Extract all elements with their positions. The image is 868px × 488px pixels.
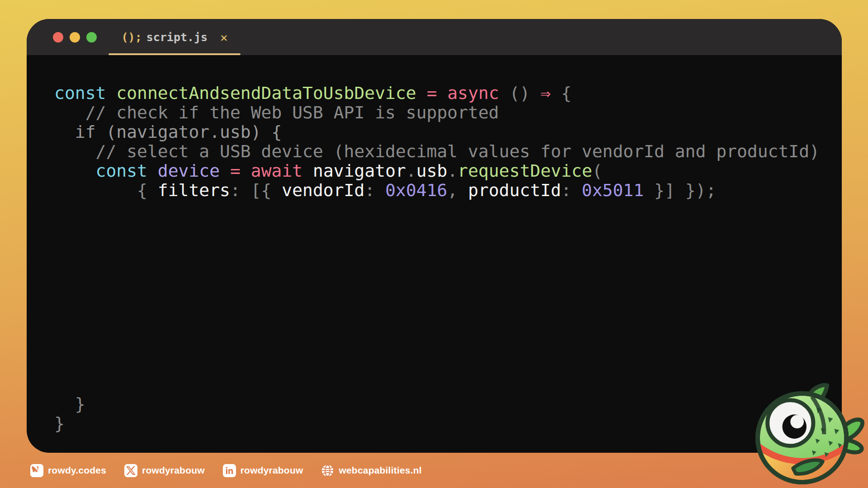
footer-link-x[interactable]: rowdyrabouw bbox=[124, 464, 205, 477]
footer-link-label: rowdyrabouw bbox=[241, 465, 303, 476]
code-line bbox=[54, 297, 824, 317]
code-line: const device = await navigator.usb.reque… bbox=[54, 161, 824, 181]
code-line bbox=[54, 356, 824, 375]
code-editor[interactable]: const connectAndsendDataToUsbDevice = as… bbox=[27, 55, 842, 433]
footer-link-label: webcapabilities.nl bbox=[339, 465, 421, 476]
code-window: (); script.js ✕ const connectAndsendData… bbox=[27, 19, 842, 453]
code-line: // select a USB device (hexidecimal valu… bbox=[54, 142, 824, 161]
tab-glyph: (); bbox=[122, 31, 142, 44]
code-line bbox=[54, 317, 824, 336]
footer-link-label: rowdy.codes bbox=[48, 465, 106, 476]
code-line bbox=[54, 375, 824, 394]
code-line bbox=[54, 200, 824, 220]
code-line: { filters: [{ vendorId: 0x0416, productI… bbox=[54, 181, 824, 200]
code-line bbox=[54, 220, 824, 239]
tab-script-js[interactable]: (); script.js ✕ bbox=[108, 19, 241, 55]
code-block: const connectAndsendDataToUsbDevice = as… bbox=[54, 84, 824, 433]
code-line bbox=[54, 336, 824, 356]
code-line: const connectAndsendDataToUsbDevice = as… bbox=[54, 84, 824, 103]
footer-link-label: rowdyrabouw bbox=[142, 465, 205, 476]
code-line bbox=[54, 239, 824, 258]
active-tab-underline bbox=[108, 53, 241, 55]
minimize-window-button[interactable] bbox=[70, 32, 80, 42]
bluesky-icon bbox=[30, 464, 43, 477]
zoom-window-button[interactable] bbox=[86, 32, 97, 42]
x-icon bbox=[124, 464, 137, 477]
tab-close-icon[interactable]: ✕ bbox=[220, 30, 227, 44]
code-line bbox=[54, 258, 824, 278]
code-line: if (navigator.usb) { bbox=[54, 122, 824, 142]
linkedin-icon bbox=[223, 464, 236, 477]
globe-icon bbox=[321, 464, 334, 477]
footer-link-linkedin[interactable]: rowdyrabouw bbox=[223, 464, 303, 477]
footer-link-web[interactable]: webcapabilities.nl bbox=[321, 464, 421, 477]
window-controls bbox=[53, 32, 97, 42]
fish-mascot bbox=[749, 380, 866, 488]
fish-mascot-graphic bbox=[749, 380, 866, 488]
code-line: } bbox=[54, 414, 824, 433]
code-line: } bbox=[54, 394, 824, 414]
window-titlebar: (); script.js ✕ bbox=[27, 19, 842, 55]
tab-filename: script.js bbox=[146, 31, 208, 44]
code-line: // check if the Web USB API is supported bbox=[54, 103, 824, 122]
close-window-button[interactable] bbox=[53, 32, 63, 42]
code-line bbox=[54, 278, 824, 297]
footer-link-bluesky[interactable]: rowdy.codes bbox=[30, 464, 106, 477]
footer-bar: rowdy.codes rowdyrabouw rowdyrabouw bbox=[0, 453, 868, 488]
